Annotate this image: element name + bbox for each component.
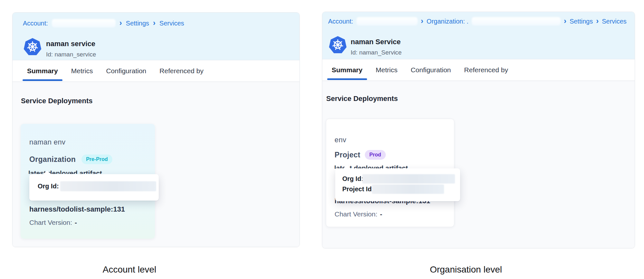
summary-body: Service Deployments env Project Prod lat…	[322, 81, 635, 248]
tab-summary[interactable]: Summary	[327, 59, 367, 81]
caption-account-level: Account level	[78, 264, 181, 275]
redacted-org-id-value	[362, 174, 455, 184]
environment-scope-row: Project Prod	[335, 150, 386, 160]
service-id: Id: naman_service	[46, 51, 96, 58]
env-type-badge: Prod	[365, 150, 385, 160]
breadcrumb-organization-link[interactable]: Organization: .	[427, 18, 469, 25]
chevron-right-icon: ›	[564, 18, 566, 24]
tab-metrics[interactable]: Metrics	[67, 60, 98, 82]
redacted-account-name	[356, 17, 418, 25]
service-id: Id: naman_Service	[351, 49, 402, 56]
chevron-right-icon: ›	[421, 18, 423, 24]
tab-referenced-by[interactable]: Referenced by	[459, 59, 513, 81]
org-id-label: Org Id:	[342, 175, 364, 183]
redacted-account-name	[52, 19, 116, 27]
service-identity: naman Service Id: naman_Service	[351, 38, 402, 56]
breadcrumb: Account: › Organization: . › Settings › …	[328, 17, 627, 25]
breadcrumb-settings-link[interactable]: Settings	[126, 20, 149, 27]
service-name: naman service	[46, 40, 96, 48]
kubernetes-icon	[329, 36, 347, 54]
tab-metrics[interactable]: Metrics	[371, 59, 402, 81]
environment-scope: Organization	[29, 155, 76, 164]
service-name: naman Service	[351, 38, 402, 46]
chevron-right-icon: ›	[119, 20, 122, 26]
redacted-organization-name	[472, 17, 561, 25]
breadcrumb-account-link[interactable]: Account:	[328, 18, 353, 25]
breadcrumb-services-link[interactable]: Services	[602, 18, 627, 25]
project-id-label: Project Id:	[342, 185, 374, 193]
breadcrumb-services-link[interactable]: Services	[159, 20, 184, 27]
caption-organisation-level: Organisation level	[414, 264, 517, 275]
chart-version: Chart Version:-	[335, 210, 382, 218]
tab-configuration[interactable]: Configuration	[101, 60, 151, 82]
service-header: Account: › Organization: . › Settings › …	[322, 12, 635, 59]
account-level-panel: Account: › Settings › Services	[12, 12, 300, 247]
env-type-badge: Pre-Prod	[81, 154, 112, 164]
summary-body: Service Deployments naman env Organizati…	[13, 82, 299, 247]
kubernetes-icon	[24, 38, 42, 56]
tab-referenced-by[interactable]: Referenced by	[155, 60, 208, 82]
tab-summary[interactable]: Summary	[23, 60, 62, 82]
section-title: Service Deployments	[326, 95, 398, 103]
artifact-name: harness/todolist-sample:131	[29, 205, 125, 214]
env-scope-tooltip: Org Id:	[29, 174, 159, 201]
environment-name: naman env	[29, 138, 65, 146]
breadcrumb: Account: › Settings › Services	[23, 19, 184, 27]
tab-bar: Summary Metrics Configuration Referenced…	[13, 60, 299, 82]
chevron-right-icon: ›	[596, 18, 599, 24]
tab-bar: Summary Metrics Configuration Referenced…	[322, 59, 635, 81]
section-title: Service Deployments	[21, 97, 93, 105]
environment-name: env	[335, 136, 346, 144]
redacted-project-id-value	[372, 184, 444, 194]
chart-version: Chart Version:-	[29, 219, 77, 226]
environment-scope: Project	[335, 151, 360, 159]
organisation-level-panel: Account: › Organization: . › Settings › …	[322, 12, 635, 248]
redacted-org-id-value	[60, 181, 156, 191]
service-identity: naman service Id: naman_service	[46, 40, 96, 58]
environment-scope-row: Organization Pre-Prod	[29, 154, 112, 164]
screenshot-stage: Account: › Settings › Services	[0, 0, 644, 279]
tab-configuration[interactable]: Configuration	[406, 59, 455, 81]
breadcrumb-account-link[interactable]: Account:	[23, 20, 48, 27]
org-id-label: Org Id:	[38, 183, 59, 190]
chevron-right-icon: ›	[153, 20, 156, 26]
breadcrumb-settings-link[interactable]: Settings	[570, 18, 593, 25]
service-header: Account: › Settings › Services	[13, 13, 299, 60]
env-scope-tooltip: Org Id: Project Id:	[335, 168, 460, 201]
